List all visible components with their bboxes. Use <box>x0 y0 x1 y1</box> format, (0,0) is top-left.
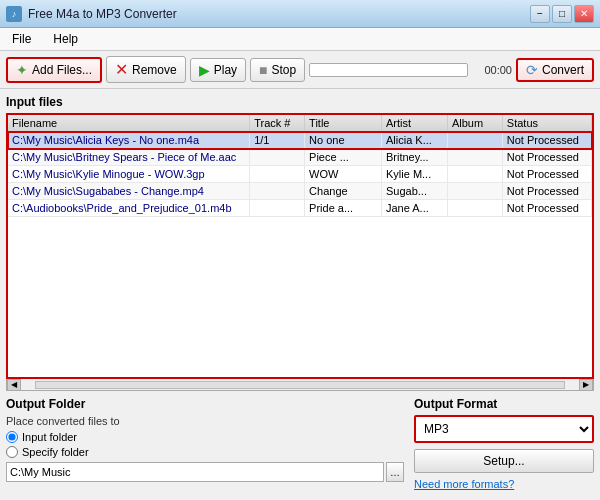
time-display: 00:00 <box>474 64 512 76</box>
col-album: Album <box>447 115 502 132</box>
title-bar: ♪ Free M4a to MP3 Converter − □ ✕ <box>0 0 600 28</box>
play-icon: ▶ <box>199 62 210 78</box>
stop-icon: ■ <box>259 62 267 78</box>
col-status: Status <box>502 115 591 132</box>
folder-path-input[interactable] <box>6 462 384 482</box>
col-artist: Artist <box>381 115 447 132</box>
output-format-title: Output Format <box>414 397 594 411</box>
menu-bar: File Help <box>0 28 600 51</box>
stop-button[interactable]: ■ Stop <box>250 58 305 82</box>
scroll-track <box>35 381 565 389</box>
menu-file[interactable]: File <box>6 30 37 48</box>
close-button[interactable]: ✕ <box>574 5 594 23</box>
menu-help[interactable]: Help <box>47 30 84 48</box>
table-header-row: Filename Track # Title Artist Album Stat… <box>8 115 592 132</box>
output-format-section: Output Format MP3AACWAVOGGFLAC Setup... … <box>414 397 594 491</box>
radio-specify-folder-input[interactable] <box>6 446 18 458</box>
main-content: Input files Filename Track # Title Artis… <box>0 89 600 497</box>
convert-icon: ⟳ <box>526 62 538 78</box>
app-icon: ♪ <box>6 6 22 22</box>
radio-input-folder-input[interactable] <box>6 431 18 443</box>
progress-bar <box>309 63 468 77</box>
radio-input-folder[interactable]: Input folder <box>6 431 404 443</box>
radio-specify-folder-label: Specify folder <box>22 446 89 458</box>
remove-button[interactable]: ✕ Remove <box>106 56 186 83</box>
toolbar: ✦ Add Files... ✕ Remove ▶ Play ■ Stop 00… <box>0 51 600 89</box>
radio-input-folder-label: Input folder <box>22 431 77 443</box>
output-folder-subtitle: Place converted files to <box>6 415 404 427</box>
window-title: Free M4a to MP3 Converter <box>28 7 530 21</box>
setup-button[interactable]: Setup... <box>414 449 594 473</box>
output-folder-section: Output Folder Place converted files to I… <box>6 397 404 491</box>
add-icon: ✦ <box>16 62 28 78</box>
scroll-right-btn[interactable]: ▶ <box>579 379 593 391</box>
scroll-left-btn[interactable]: ◀ <box>7 379 21 391</box>
file-table: Filename Track # Title Artist Album Stat… <box>8 115 592 217</box>
table-row[interactable]: C:\My Music\Kylie Minogue - WOW.3gpWOWKy… <box>8 166 592 183</box>
progress-area: 00:00 <box>309 63 512 77</box>
remove-icon: ✕ <box>115 60 128 79</box>
folder-input-container: … <box>6 462 404 482</box>
minimize-button[interactable]: − <box>530 5 550 23</box>
convert-button[interactable]: ⟳ Convert <box>516 58 594 82</box>
output-folder-title: Output Folder <box>6 397 404 411</box>
table-row[interactable]: C:\My Music\Sugababes - Change.mp4Change… <box>8 183 592 200</box>
format-select-container: MP3AACWAVOGGFLAC <box>414 415 594 443</box>
col-title: Title <box>305 115 382 132</box>
add-files-button[interactable]: ✦ Add Files... <box>6 57 102 83</box>
bottom-section: Output Folder Place converted files to I… <box>6 397 594 491</box>
table-row[interactable]: C:\My Music\Alicia Keys - No one.m4a1/1N… <box>8 132 592 149</box>
file-table-container: Filename Track # Title Artist Album Stat… <box>6 113 594 379</box>
play-button[interactable]: ▶ Play <box>190 58 246 82</box>
col-track: Track # <box>250 115 305 132</box>
more-formats-link[interactable]: Need more formats? <box>414 478 514 490</box>
table-row[interactable]: C:\My Music\Britney Spears - Piece of Me… <box>8 149 592 166</box>
horizontal-scrollbar[interactable]: ◀ ▶ <box>6 379 594 391</box>
folder-browse-button[interactable]: … <box>386 462 404 482</box>
radio-group: Input folder Specify folder <box>6 431 404 458</box>
maximize-button[interactable]: □ <box>552 5 572 23</box>
radio-specify-folder[interactable]: Specify folder <box>6 446 404 458</box>
format-select[interactable]: MP3AACWAVOGGFLAC <box>416 417 592 441</box>
table-row[interactable]: C:\Audiobooks\Pride_and_Prejudice_01.m4b… <box>8 200 592 217</box>
input-files-title: Input files <box>6 95 594 109</box>
col-filename: Filename <box>8 115 250 132</box>
window-controls: − □ ✕ <box>530 5 594 23</box>
